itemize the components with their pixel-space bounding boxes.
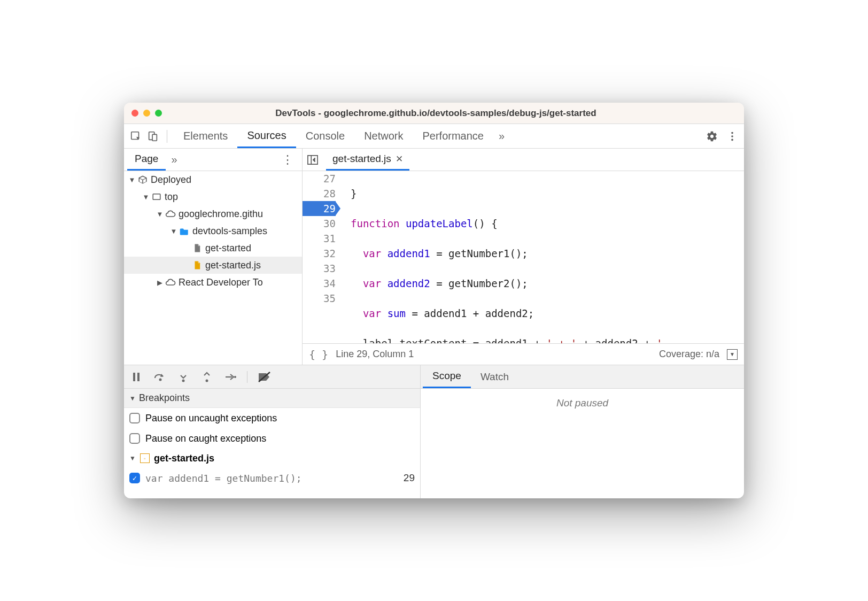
checkbox-uncaught[interactable]	[129, 413, 140, 423]
js-file-icon	[191, 260, 203, 270]
tab-elements[interactable]: Elements	[174, 124, 237, 148]
coverage-label: Coverage: n/a	[659, 349, 719, 360]
kebab-menu-icon[interactable]	[725, 129, 740, 144]
document-icon	[191, 243, 203, 253]
file-tree: ▼ Deployed ▼ top ▼	[124, 171, 302, 365]
editor-pane: get-started.js ✕ 27 28 29 30 31 32 33 34…	[303, 149, 744, 365]
svg-point-3	[731, 132, 733, 134]
deployed-cube-icon	[137, 175, 149, 184]
tree-react-devtools[interactable]: ▶ React Developer To	[124, 274, 302, 291]
inspect-element-icon[interactable]	[128, 129, 143, 144]
debugger-pane: ▼ Breakpoints Pause on uncaught exceptio…	[124, 365, 744, 498]
breakpoint-line-number: 29	[404, 472, 415, 484]
tab-watch[interactable]: Watch	[471, 365, 518, 388]
zoom-window-button[interactable]	[155, 110, 162, 117]
tab-sources[interactable]: Sources	[237, 124, 296, 148]
svg-point-5	[731, 138, 733, 141]
tab-console[interactable]: Console	[296, 124, 354, 148]
settings-gear-icon[interactable]	[704, 129, 719, 144]
devtools-window: DevTools - googlechrome.github.io/devtoo…	[124, 103, 744, 498]
main-toolbar: Elements Sources Console Network Perform…	[124, 124, 744, 149]
step-icon[interactable]	[223, 370, 237, 384]
more-tabs-chevron-icon[interactable]: »	[493, 130, 510, 142]
tree-file-js[interactable]: get-started.js	[124, 257, 302, 274]
tree-host[interactable]: ▼ googlechrome.githu	[124, 205, 302, 222]
svg-point-14	[234, 376, 236, 378]
device-toolbar-icon[interactable]	[145, 129, 160, 144]
not-paused-message: Not paused	[421, 389, 744, 498]
titlebar: DevTools - googlechrome.github.io/devtoo…	[124, 103, 744, 124]
tab-scope[interactable]: Scope	[423, 365, 471, 388]
tree-top[interactable]: ▼ top	[124, 188, 302, 205]
tree-file-html[interactable]: get-started	[124, 240, 302, 257]
close-tab-icon[interactable]: ✕	[396, 153, 403, 165]
svg-rect-10	[137, 373, 140, 381]
navigator-more-chevron-icon[interactable]: »	[166, 153, 182, 166]
svg-rect-9	[133, 373, 135, 381]
frame-icon	[151, 192, 162, 202]
code-content: } function updateLabel() { var addend1 =…	[341, 171, 744, 343]
svg-point-13	[206, 379, 208, 382]
breakpoint-entry[interactable]: ✓ var addend1 = getNumber1(); 29	[124, 468, 420, 488]
code-editor[interactable]: 27 28 29 30 31 32 33 34 35 } function up…	[303, 171, 744, 343]
pause-resume-icon[interactable]	[129, 370, 143, 384]
window-title: DevTools - googlechrome.github.io/devtoo…	[162, 108, 737, 119]
tab-performance[interactable]: Performance	[413, 124, 494, 148]
gutter[interactable]: 27 28 29 30 31 32 33 34 35	[303, 171, 341, 343]
editor-tabs: get-started.js ✕	[303, 149, 744, 171]
breakpoints-header[interactable]: ▼ Breakpoints	[124, 389, 420, 408]
divider	[167, 130, 167, 143]
svg-point-11	[159, 378, 162, 381]
cursor-position: Line 29, Column 1	[336, 349, 414, 360]
navigator-pane: Page » ⋮ ▼ Deployed ▼ top	[124, 149, 303, 365]
checkbox-breakpoint[interactable]: ✓	[129, 473, 140, 483]
editor-dropdown-icon[interactable]: ▼	[727, 349, 738, 360]
navigator-kebab-icon[interactable]: ⋮	[276, 153, 299, 167]
minimize-window-button[interactable]	[143, 110, 150, 117]
checkbox-caught[interactable]	[129, 433, 140, 444]
step-into-icon[interactable]	[176, 370, 190, 384]
navigator-tabs: Page » ⋮	[124, 149, 302, 171]
deactivate-breakpoints-icon[interactable]	[257, 371, 272, 383]
cloud-icon	[165, 278, 176, 287]
cloud-icon	[165, 210, 176, 218]
debugger-left: ▼ Breakpoints Pause on uncaught exceptio…	[124, 365, 421, 498]
svg-point-12	[182, 379, 185, 382]
panel-tabs: Elements Sources Console Network Perform…	[174, 124, 510, 148]
editor-status-bar: { } Line 29, Column 1 Coverage: n/a ▼	[303, 343, 744, 365]
svg-rect-6	[153, 194, 160, 200]
tree-deployed[interactable]: ▼ Deployed	[124, 171, 302, 188]
svg-rect-2	[152, 134, 157, 141]
pause-caught-row[interactable]: Pause on caught exceptions	[124, 428, 420, 449]
tab-network[interactable]: Network	[354, 124, 413, 148]
svg-point-4	[731, 135, 733, 137]
navigator-tab-page[interactable]: Page	[127, 149, 166, 171]
folder-icon	[179, 227, 190, 235]
breakpoint-file-header[interactable]: ▼ ◦ get-started.js	[124, 449, 420, 468]
window-controls	[131, 110, 162, 117]
step-out-icon[interactable]	[200, 370, 214, 384]
breakpoint-file-icon: ◦	[140, 453, 150, 463]
close-window-button[interactable]	[131, 110, 138, 117]
debug-controls	[124, 365, 420, 389]
editor-tab-get-started-js[interactable]: get-started.js ✕	[326, 149, 409, 171]
scope-watch-tabs: Scope Watch	[421, 365, 744, 389]
step-over-icon[interactable]	[153, 370, 167, 384]
tree-folder[interactable]: ▼ devtools-samples	[124, 222, 302, 240]
pretty-print-icon[interactable]: { }	[309, 348, 328, 361]
toggle-navigator-icon[interactable]	[305, 152, 321, 168]
breakpoint-marker[interactable]: 29	[303, 201, 336, 216]
pause-uncaught-row[interactable]: Pause on uncaught exceptions	[124, 408, 420, 428]
debugger-right: Scope Watch Not paused	[421, 365, 744, 498]
